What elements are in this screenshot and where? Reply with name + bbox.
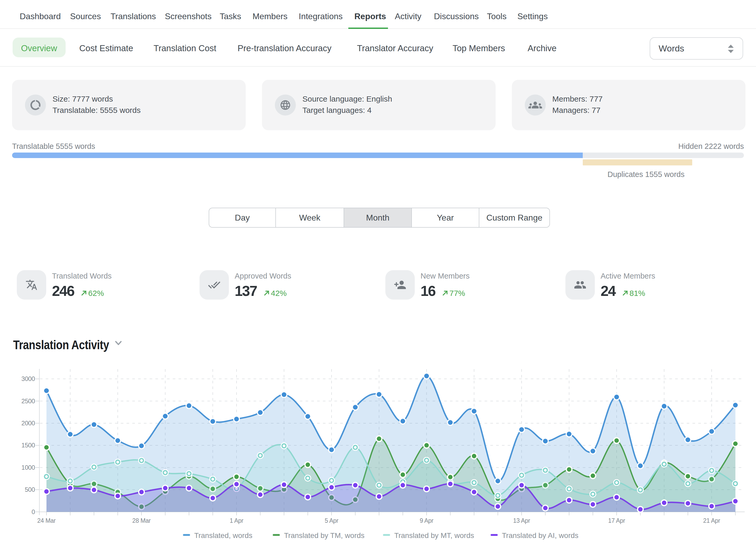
svg-text:3000: 3000 <box>22 375 35 382</box>
svg-text:Translated, words: Translated, words <box>194 531 253 540</box>
svg-text:500: 500 <box>25 486 35 493</box>
svg-text:24 Mar: 24 Mar <box>37 517 56 524</box>
svg-text:9 Apr: 9 Apr <box>420 517 434 524</box>
svg-text:5 Apr: 5 Apr <box>325 517 339 524</box>
svg-text:2000: 2000 <box>22 420 35 427</box>
svg-text:0: 0 <box>31 508 35 515</box>
svg-text:Translated by AI, words: Translated by AI, words <box>502 531 579 540</box>
svg-text:13 Apr: 13 Apr <box>513 517 530 524</box>
svg-text:1500: 1500 <box>22 442 35 449</box>
svg-text:28 Mar: 28 Mar <box>132 517 151 524</box>
svg-text:Translated by TM, words: Translated by TM, words <box>284 531 365 540</box>
svg-text:21 Apr: 21 Apr <box>703 517 720 524</box>
svg-text:17 Apr: 17 Apr <box>608 517 625 524</box>
svg-text:2500: 2500 <box>22 398 35 405</box>
svg-text:Translated by MT, words: Translated by MT, words <box>394 531 474 540</box>
svg-text:1 Apr: 1 Apr <box>230 517 244 524</box>
svg-text:1000: 1000 <box>22 464 35 471</box>
